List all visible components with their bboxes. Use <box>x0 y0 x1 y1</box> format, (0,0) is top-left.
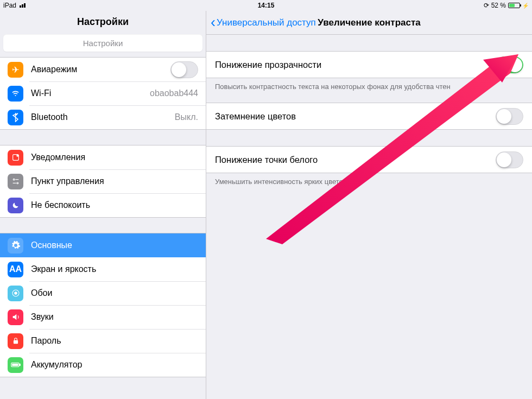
wallpaper-label: Обои <box>31 288 198 298</box>
detail-header: ‹ Универсальный доступ Увеличение контра… <box>206 11 532 35</box>
bluetooth-value: Выкл. <box>175 112 198 122</box>
svg-point-0 <box>15 94 16 96</box>
reduce-white-switch[interactable] <box>496 151 523 168</box>
sidebar-item-passcode[interactable]: Пароль <box>0 329 206 353</box>
sidebar: Настройки ✈ Авиарежим Wi-Fi obaobab444 <box>0 11 206 399</box>
sidebar-item-dnd[interactable]: Не беспокоить <box>0 193 206 217</box>
control-center-icon <box>8 174 23 189</box>
device-name: iPad <box>3 2 16 9</box>
row-reduce-transparency[interactable]: Понижение прозрачности <box>206 52 532 78</box>
battery-icon <box>508 3 520 8</box>
airplane-switch[interactable] <box>170 61 198 78</box>
wifi-icon <box>20 3 26 8</box>
status-time: 14:15 <box>258 2 275 9</box>
sidebar-group-alerts: Уведомления Пункт управления Не беспокои… <box>0 145 206 218</box>
footer-spacer <box>206 130 532 146</box>
charging-icon: ⚡ <box>522 3 529 9</box>
back-button[interactable]: ‹ Универсальный доступ <box>211 15 316 30</box>
sidebar-item-display[interactable]: AA Экран и яркость <box>0 257 206 281</box>
display-label: Экран и яркость <box>31 264 198 274</box>
sidebar-item-notifications[interactable]: Уведомления <box>0 145 206 169</box>
sidebar-item-bluetooth[interactable]: Bluetooth Выкл. <box>0 105 206 129</box>
detail-group-2: Затемнение цветов <box>206 103 532 130</box>
sidebar-item-airplane[interactable]: ✈ Авиарежим <box>0 58 206 81</box>
sidebar-item-wallpaper[interactable]: Обои <box>0 281 206 305</box>
row-reduce-white-point[interactable]: Понижение точки белого <box>206 147 532 173</box>
detail-pane: ‹ Универсальный доступ Увеличение контра… <box>206 11 532 399</box>
battery-settings-icon <box>8 357 23 373</box>
svg-point-8 <box>14 292 17 295</box>
display-icon: AA <box>8 262 23 277</box>
bluetooth-icon <box>8 110 23 125</box>
wifi-settings-icon <box>8 86 23 102</box>
wifi-label: Wi-Fi <box>31 88 145 98</box>
svg-point-5 <box>17 182 18 184</box>
sidebar-item-wifi[interactable]: Wi-Fi obaobab444 <box>0 81 206 105</box>
darken-colors-switch[interactable] <box>496 108 523 125</box>
speaker-icon <box>8 309 23 325</box>
reduce-transparency-switch[interactable] <box>496 56 523 73</box>
gear-icon <box>8 238 23 254</box>
bluetooth-label: Bluetooth <box>31 112 170 122</box>
chevron-left-icon: ‹ <box>211 15 216 30</box>
general-label: Основные <box>31 240 198 250</box>
battery-percent: 52 % <box>491 2 506 9</box>
svg-rect-11 <box>19 364 20 366</box>
airplane-label: Авиарежим <box>31 65 170 74</box>
sidebar-item-sounds[interactable]: Звуки <box>0 305 206 329</box>
reduce-white-label: Понижение точки белого <box>215 155 496 165</box>
dnd-label: Не беспокоить <box>31 200 198 210</box>
detail-title: Увеличение контраста <box>318 17 420 28</box>
notifications-label: Уведомления <box>31 153 198 162</box>
detail-group-1: Понижение прозрачности <box>206 51 532 78</box>
passcode-label: Пароль <box>31 336 198 346</box>
footer-3: Уменьшить интенсивность ярких цветов. <box>206 173 532 198</box>
svg-point-2 <box>16 155 18 157</box>
darken-colors-label: Затемнение цветов <box>215 111 496 122</box>
rotation-lock-icon: ⟳ <box>484 2 489 9</box>
lock-icon <box>8 333 23 349</box>
row-darken-colors[interactable]: Затемнение цветов <box>206 103 532 129</box>
wifi-value: obaobab444 <box>150 88 198 98</box>
notifications-icon <box>8 150 23 166</box>
moon-icon <box>8 198 23 213</box>
airplane-icon: ✈ <box>8 62 23 78</box>
svg-rect-9 <box>13 340 17 344</box>
sidebar-item-general[interactable]: Основные <box>0 233 206 257</box>
svg-rect-12 <box>12 364 18 366</box>
control-label: Пункт управления <box>31 176 198 186</box>
back-label: Универсальный доступ <box>217 17 316 28</box>
reduce-transparency-label: Понижение прозрачности <box>215 60 496 70</box>
detail-group-3: Понижение точки белого <box>206 146 532 173</box>
battery-label: Аккумулятор <box>31 360 198 370</box>
sidebar-group-general: Основные AA Экран и яркость Обои Звуки <box>0 233 206 377</box>
sidebar-item-battery[interactable]: Аккумулятор <box>0 353 206 377</box>
sidebar-group-network: ✈ Авиарежим Wi-Fi obaobab444 Bluetooth В… <box>0 57 206 130</box>
footer-1: Повысить контрастность текста на некотор… <box>206 78 532 103</box>
sidebar-title: Настройки <box>0 11 206 34</box>
wallpaper-icon <box>8 286 23 301</box>
sounds-label: Звуки <box>31 312 198 322</box>
search-input[interactable] <box>3 34 202 52</box>
svg-point-3 <box>13 179 15 180</box>
sidebar-item-control-center[interactable]: Пункт управления <box>0 169 206 193</box>
status-bar: iPad 14:15 ⟳ 52 % ⚡ <box>0 0 532 11</box>
